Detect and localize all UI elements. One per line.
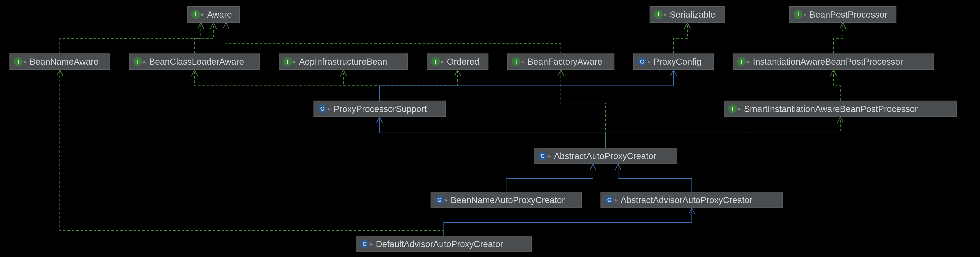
class-node-instAwareBPP[interactable]: I▸InstantiationAwareBeanPostProcessor [733, 54, 934, 70]
class-node-aopInfrastructureBean[interactable]: I▸AopInfrastructureBean [279, 54, 408, 70]
class-node-abstractAdvisorAutoProxy[interactable]: C▸AbstractAdvisorAutoProxyCreator [601, 192, 783, 208]
expand-caret-icon: ▸ [201, 11, 204, 17]
class-node-ordered[interactable]: I▸Ordered [427, 54, 488, 70]
node-label: Ordered [447, 57, 479, 67]
class-node-beanPostProcessor[interactable]: I▸BeanPostProcessor [789, 6, 897, 23]
class-node-beanNameAware[interactable]: I▸BeanNameAware [10, 54, 110, 70]
node-label: AbstractAdvisorAutoProxyCreator [620, 195, 752, 205]
node-label: ProxyConfig [654, 57, 702, 67]
class-node-beanFactoryAware[interactable]: I▸BeanFactoryAware [508, 54, 614, 70]
uml-diagram-canvas: I▸AwareI▸SerializableI▸BeanPostProcessor… [0, 0, 980, 257]
interface-icon: I [654, 10, 663, 19]
interface-icon: I [283, 57, 292, 66]
interface-icon: I [431, 57, 440, 66]
edge-proxyProcessorSupport-to-proxyConfig [380, 71, 673, 100]
edge-proxyProcessorSupport-to-beanClassLoaderAware [194, 71, 380, 100]
class-node-proxyProcessorSupport[interactable]: C▸ProxyProcessorSupport [313, 100, 446, 117]
class-node-beanClassLoaderAware[interactable]: I▸BeanClassLoaderAware [129, 54, 260, 70]
expand-caret-icon: ▸ [445, 197, 448, 203]
edge-defaultAdvisorAutoProxy-to-abstractAdvisorAutoProxy [444, 209, 692, 236]
edge-abstractAdvisorAutoProxy-to-abstractAutoProxyCreator [618, 165, 692, 192]
node-label: SmartInstantiationAwareBeanPostProcessor [744, 104, 918, 114]
class-node-smartInstAwareBPP[interactable]: I▸SmartInstantiationAwareBeanPostProcess… [724, 100, 957, 117]
expand-caret-icon: ▸ [441, 59, 444, 65]
node-label: Aware [207, 10, 232, 20]
class-icon: C [318, 104, 327, 113]
interface-icon: I [512, 57, 520, 66]
expand-caret-icon: ▸ [548, 153, 551, 159]
edge-smartInstAwareBPP-to-instAwareBPP [834, 71, 840, 100]
node-label: ProxyProcessorSupport [334, 104, 426, 114]
edge-beanNameAutoProxyCreator-to-abstractAutoProxyCreator [506, 165, 593, 192]
class-node-serializable[interactable]: I▸Serializable [649, 6, 725, 23]
node-label: DefaultAdvisorAutoProxyCreator [376, 239, 503, 249]
interface-icon: I [737, 57, 746, 66]
node-label: BeanClassLoaderAware [149, 57, 244, 67]
class-node-defaultAdvisorAutoProxy[interactable]: C▸DefaultAdvisorAutoProxyCreator [356, 236, 532, 252]
expand-caret-icon: ▸ [615, 197, 618, 203]
connector-layer [0, 0, 980, 257]
class-icon: C [360, 240, 369, 248]
edge-instAwareBPP-to-beanPostProcessor [834, 24, 843, 54]
expand-caret-icon: ▸ [293, 59, 296, 65]
node-label: Serializable [670, 10, 715, 20]
node-label: BeanFactoryAware [527, 57, 602, 67]
node-label: BeanNameAutoProxyCreator [451, 195, 565, 205]
class-node-aware[interactable]: I▸Aware [187, 6, 240, 23]
expand-caret-icon: ▸ [804, 11, 807, 17]
class-node-proxyConfig[interactable]: C▸ProxyConfig [633, 54, 714, 70]
class-icon: C [638, 57, 646, 66]
node-label: AbstractAutoProxyCreator [554, 151, 656, 161]
class-icon: C [435, 196, 444, 205]
edge-proxyConfig-to-serializable [673, 24, 687, 54]
interface-icon: I [134, 57, 142, 66]
edge-beanFactoryAware-to-aware [226, 24, 561, 54]
edge-abstractAutoProxyCreator-to-smartInstAwareBPP [605, 118, 840, 148]
node-label: BeanPostProcessor [810, 10, 888, 20]
interface-icon: I [191, 10, 200, 19]
expand-caret-icon: ▸ [648, 59, 651, 65]
expand-caret-icon: ▸ [24, 59, 27, 65]
edge-proxyProcessorSupport-to-aopInfrastructureBean [343, 71, 379, 100]
edge-defaultAdvisorAutoProxy-to-beanNameAware [60, 71, 444, 236]
expand-caret-icon: ▸ [370, 241, 373, 247]
expand-caret-icon: ▸ [738, 106, 741, 112]
edge-abstractAutoProxyCreator-to-beanFactoryAware [561, 71, 606, 148]
node-label: AopInfrastructureBean [299, 57, 387, 67]
expand-caret-icon: ▸ [328, 106, 331, 112]
expand-caret-icon: ▸ [747, 59, 750, 65]
edge-beanClassLoaderAware-to-aware [194, 24, 213, 54]
class-icon: C [538, 152, 547, 160]
node-label: InstantiationAwareBeanPostProcessor [753, 57, 903, 67]
class-icon: C [605, 196, 614, 205]
interface-icon: I [729, 104, 737, 113]
edge-beanNameAware-to-aware [60, 24, 201, 54]
class-node-abstractAutoProxyCreator[interactable]: C▸AbstractAutoProxyCreator [534, 148, 677, 164]
expand-caret-icon: ▸ [522, 59, 525, 65]
interface-icon: I [794, 10, 803, 19]
expand-caret-icon: ▸ [143, 59, 146, 65]
node-label: BeanNameAware [30, 57, 99, 67]
interface-icon: I [14, 57, 23, 66]
edge-abstractAutoProxyCreator-to-proxyProcessorSupport [380, 118, 606, 148]
class-node-beanNameAutoProxyCreator[interactable]: C▸BeanNameAutoProxyCreator [431, 192, 582, 208]
expand-caret-icon: ▸ [664, 11, 667, 17]
edge-proxyProcessorSupport-to-ordered [380, 71, 458, 100]
